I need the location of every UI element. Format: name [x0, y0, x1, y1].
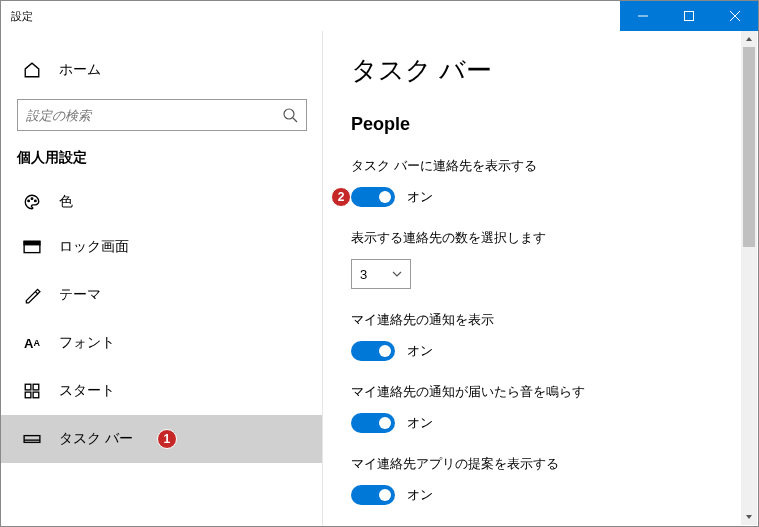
close-button[interactable] — [712, 1, 758, 31]
svg-point-7 — [31, 198, 33, 200]
sidebar-item-taskbar[interactable]: タスク バー 1 — [1, 415, 323, 463]
search-box[interactable] — [17, 99, 307, 131]
svg-point-4 — [284, 109, 294, 119]
select-contact-count[interactable]: 3 — [351, 259, 411, 289]
window-title: 設定 — [1, 9, 33, 24]
svg-line-5 — [293, 118, 297, 122]
taskbar-icon — [23, 430, 41, 448]
svg-point-8 — [35, 200, 37, 202]
sidebar-item-start[interactable]: スタート — [1, 367, 323, 415]
toggle-state: オン — [407, 414, 433, 432]
toggle-notification-sound[interactable] — [351, 413, 395, 433]
setting-label: マイ連絡先の通知を表示 — [351, 311, 730, 329]
title-bar: 設定 — [1, 1, 758, 31]
toggle-show-contacts[interactable] — [351, 187, 395, 207]
minimize-icon — [638, 11, 648, 21]
search-input[interactable] — [26, 108, 282, 123]
maximize-icon — [684, 11, 694, 21]
svg-rect-1 — [685, 12, 694, 21]
window-controls — [620, 1, 758, 31]
setting-contact-count: 表示する連絡先の数を選択します 3 — [351, 229, 730, 289]
scrollbar-thumb[interactable] — [743, 47, 755, 247]
toggle-state: オン — [407, 342, 433, 360]
setting-notification-sound: マイ連絡先の通知が届いたら音を鳴らす オン — [351, 383, 730, 433]
sidebar-item-label: テーマ — [59, 286, 101, 304]
setting-show-notifications: マイ連絡先の通知を表示 オン — [351, 311, 730, 361]
lockscreen-icon — [23, 238, 41, 256]
svg-point-6 — [28, 200, 30, 202]
svg-rect-15 — [24, 436, 40, 443]
sidebar-item-theme[interactable]: テーマ — [1, 271, 323, 319]
setting-label: タスク バーに連絡先を表示する — [351, 157, 730, 175]
sidebar-item-color[interactable]: 色 — [1, 181, 323, 223]
setting-label: 表示する連絡先の数を選択します — [351, 229, 730, 247]
sidebar-label: ホーム — [59, 61, 101, 79]
sidebar-item-label: スタート — [59, 382, 115, 400]
minimize-button[interactable] — [620, 1, 666, 31]
toggle-state: オン — [407, 188, 433, 206]
page-title: タスク バー — [351, 53, 730, 88]
sidebar-item-label: フォント — [59, 334, 115, 352]
sidebar-home[interactable]: ホーム — [1, 49, 323, 91]
content-area: タスク バー People タスク バーに連絡先を表示する 2 オン 表示する連… — [323, 31, 758, 526]
setting-label: マイ連絡先アプリの提案を表示する — [351, 455, 730, 473]
setting-show-contacts: タスク バーに連絡先を表示する 2 オン — [351, 157, 730, 207]
font-icon: AA — [23, 334, 41, 352]
select-value: 3 — [360, 267, 367, 282]
search-icon — [282, 107, 298, 123]
setting-label: マイ連絡先の通知が届いたら音を鳴らす — [351, 383, 730, 401]
sidebar-section-header: 個人用設定 — [1, 149, 323, 181]
sidebar-item-label: タスク バー — [59, 430, 133, 448]
setting-app-suggestions: マイ連絡先アプリの提案を表示する オン — [351, 455, 730, 505]
svg-rect-14 — [33, 392, 39, 398]
start-icon — [23, 382, 41, 400]
scroll-up-icon[interactable] — [741, 31, 757, 47]
sidebar-item-label: 色 — [59, 193, 73, 211]
scroll-down-icon[interactable] — [741, 509, 757, 525]
sidebar-item-lockscreen[interactable]: ロック画面 — [1, 223, 323, 271]
annotation-1: 1 — [157, 429, 177, 449]
home-icon — [23, 61, 41, 79]
maximize-button[interactable] — [666, 1, 712, 31]
svg-rect-12 — [33, 384, 39, 390]
svg-rect-11 — [25, 384, 31, 390]
toggle-state: オン — [407, 486, 433, 504]
scrollbar[interactable] — [741, 31, 757, 525]
section-title: People — [351, 114, 730, 135]
palette-icon — [23, 193, 41, 211]
annotation-2: 2 — [331, 187, 351, 207]
chevron-down-icon — [392, 269, 402, 279]
toggle-app-suggestions[interactable] — [351, 485, 395, 505]
toggle-show-notifications[interactable] — [351, 341, 395, 361]
close-icon — [730, 11, 740, 21]
sidebar-item-label: ロック画面 — [59, 238, 129, 256]
sidebar: ホーム 個人用設定 色 ロック画面 — [1, 31, 323, 526]
svg-rect-10 — [24, 241, 40, 244]
svg-rect-13 — [25, 392, 31, 398]
sidebar-item-font[interactable]: AA フォント — [1, 319, 323, 367]
theme-icon — [23, 286, 41, 304]
